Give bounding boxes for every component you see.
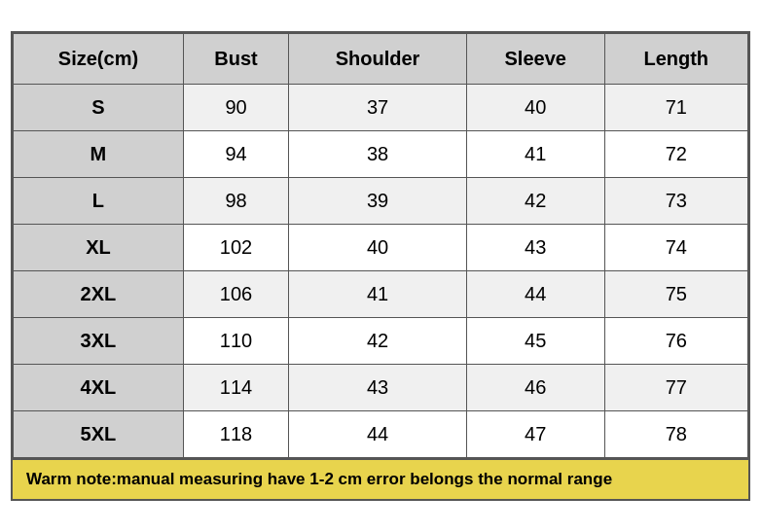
cell-size: L [14, 178, 184, 225]
cell-shoulder: 44 [289, 411, 467, 458]
cell-shoulder: 43 [289, 365, 467, 411]
cell-size: 2XL [14, 271, 184, 318]
cell-sleeve: 41 [466, 131, 604, 178]
cell-size: 3XL [14, 318, 184, 365]
cell-shoulder: 37 [289, 85, 467, 131]
cell-sleeve: 44 [466, 271, 604, 318]
table-header-row: Size(cm) Bust Shoulder Sleeve Length [14, 34, 748, 85]
header-size: Size(cm) [14, 34, 184, 85]
cell-bust: 118 [183, 411, 288, 458]
table-row: XL102404374 [14, 225, 748, 271]
cell-bust: 110 [183, 318, 288, 365]
cell-bust: 98 [183, 178, 288, 225]
cell-size: 4XL [14, 365, 184, 411]
cell-length: 75 [604, 271, 747, 318]
header-sleeve: Sleeve [466, 34, 604, 85]
cell-sleeve: 47 [466, 411, 604, 458]
cell-bust: 114 [183, 365, 288, 411]
cell-sleeve: 43 [466, 225, 604, 271]
cell-length: 71 [604, 85, 747, 131]
header-shoulder: Shoulder [289, 34, 467, 85]
table-row: L98394273 [14, 178, 748, 225]
cell-bust: 90 [183, 85, 288, 131]
cell-shoulder: 38 [289, 131, 467, 178]
cell-sleeve: 46 [466, 365, 604, 411]
cell-sleeve: 40 [466, 85, 604, 131]
table-row: M94384172 [14, 131, 748, 178]
table-row: S90374071 [14, 85, 748, 131]
cell-shoulder: 41 [289, 271, 467, 318]
cell-bust: 102 [183, 225, 288, 271]
cell-shoulder: 42 [289, 318, 467, 365]
cell-length: 72 [604, 131, 747, 178]
table-row: 5XL118444778 [14, 411, 748, 458]
header-length: Length [604, 34, 747, 85]
cell-bust: 106 [183, 271, 288, 318]
table-row: 3XL110424576 [14, 318, 748, 365]
warm-note: Warm note:manual measuring have 1-2 cm e… [13, 458, 748, 499]
cell-shoulder: 40 [289, 225, 467, 271]
cell-length: 74 [604, 225, 747, 271]
cell-size: M [14, 131, 184, 178]
cell-length: 73 [604, 178, 747, 225]
cell-length: 78 [604, 411, 747, 458]
size-chart-container: Size(cm) Bust Shoulder Sleeve Length S90… [11, 31, 750, 501]
header-bust: Bust [183, 34, 288, 85]
cell-shoulder: 39 [289, 178, 467, 225]
cell-size: S [14, 85, 184, 131]
cell-bust: 94 [183, 131, 288, 178]
cell-sleeve: 45 [466, 318, 604, 365]
table-row: 4XL114434677 [14, 365, 748, 411]
cell-size: XL [14, 225, 184, 271]
cell-size: 5XL [14, 411, 184, 458]
cell-sleeve: 42 [466, 178, 604, 225]
cell-length: 76 [604, 318, 747, 365]
size-table: Size(cm) Bust Shoulder Sleeve Length S90… [13, 33, 748, 458]
table-row: 2XL106414475 [14, 271, 748, 318]
cell-length: 77 [604, 365, 747, 411]
